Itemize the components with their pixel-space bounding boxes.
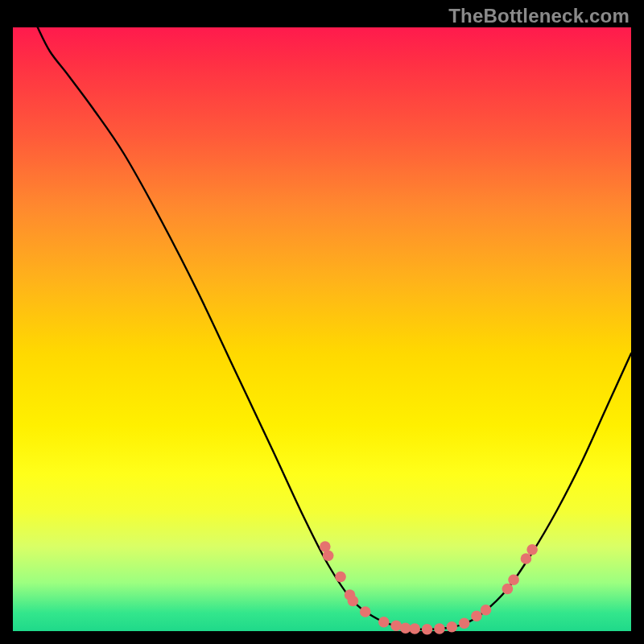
data-point: [323, 550, 334, 561]
data-point: [446, 621, 457, 633]
data-point: [348, 596, 359, 607]
watermark-text: TheBottleneck.com: [448, 5, 630, 27]
data-point: [335, 572, 346, 583]
data-point: [422, 624, 433, 635]
plot-area: [13, 27, 631, 631]
chart-svg: [13, 27, 631, 631]
bottleneck-curve: [38, 27, 631, 630]
data-point: [378, 617, 390, 628]
chart-frame: TheBottleneck.com: [0, 0, 644, 644]
data-point: [471, 610, 482, 621]
data-point: [521, 553, 532, 564]
data-point: [481, 605, 492, 616]
data-point: [459, 617, 470, 629]
data-point: [508, 574, 519, 585]
data-point: [526, 544, 538, 555]
data-point: [360, 606, 371, 617]
data-point: [409, 623, 420, 634]
data-points-group: [320, 541, 538, 634]
data-point: [400, 622, 411, 634]
data-point: [390, 620, 402, 631]
data-point: [502, 584, 514, 595]
data-point: [434, 623, 445, 634]
